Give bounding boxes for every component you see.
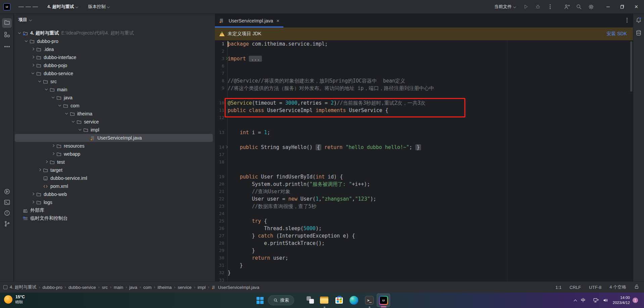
tree-item[interactable]: 临时文件和控制台 xyxy=(15,214,213,222)
code-line[interactable]: 17 xyxy=(215,151,633,158)
breadcrumb-item[interactable]: com xyxy=(143,285,152,290)
edge-browser-button[interactable] xyxy=(347,294,361,307)
breadcrumb-item[interactable]: 4. 超时与重试 xyxy=(10,284,36,290)
branch-tool-button[interactable] xyxy=(2,219,12,229)
chevron-down-icon[interactable] xyxy=(30,71,36,76)
chevron-down-icon[interactable] xyxy=(77,127,83,133)
chevron-right-icon[interactable] xyxy=(30,192,36,197)
search-everywhere-button[interactable] xyxy=(574,2,584,11)
setup-sdk-link[interactable]: 安装 SDK xyxy=(606,31,627,37)
more-tool-button[interactable] xyxy=(2,42,12,52)
editor-options-button[interactable] xyxy=(627,17,628,23)
breadcrumb-item[interactable]: dubbo-service xyxy=(68,285,96,290)
line-number[interactable]: 21 xyxy=(215,188,227,195)
window-close-button[interactable]: × xyxy=(631,0,642,13)
tree-item[interactable]: test xyxy=(15,158,213,166)
code-line[interactable]: 14 public String sayHello() { return "he… xyxy=(215,144,633,151)
tree-item[interactable]: com xyxy=(15,102,213,110)
line-number[interactable]: 10 xyxy=(215,99,227,107)
tree-item[interactable]: dubbo-service.iml xyxy=(15,174,213,182)
line-number[interactable]: 19 xyxy=(215,173,227,181)
tree-item[interactable]: logs xyxy=(15,198,213,206)
tree-item[interactable]: dubbo-pro xyxy=(15,37,213,45)
tree-item[interactable]: 4. 超时与重试E:\IdeaProjects\代码\4. 超时与重试 xyxy=(15,29,213,37)
structure-tool-button[interactable] xyxy=(2,30,12,40)
chevron-right-icon[interactable] xyxy=(30,63,36,68)
code-line[interactable]: 6 xyxy=(215,62,633,70)
line-number[interactable]: 17 xyxy=(215,151,227,158)
tree-item[interactable]: dubbo-pojo xyxy=(15,61,213,69)
ime-indicator[interactable]: 中 xyxy=(581,293,586,308)
code-line[interactable]: 10@Service(timeout = 3000,retries = 2)//… xyxy=(215,99,633,107)
chevron-down-icon[interactable] xyxy=(64,111,70,116)
line-number[interactable]: 3 xyxy=(215,55,227,62)
code-line[interactable]: 27 } catch (InterruptedException e) { xyxy=(215,232,633,240)
clock-widget[interactable]: 14:00 2023/4/12 xyxy=(610,293,630,308)
chevron-right-icon[interactable] xyxy=(37,167,43,173)
code-line[interactable]: 11public class UserServiceImpl implement… xyxy=(215,107,633,114)
line-number[interactable] xyxy=(215,136,227,144)
chevron-down-icon[interactable] xyxy=(17,31,22,36)
code-line[interactable]: 7 xyxy=(215,70,633,77)
microsoft-store-button[interactable] xyxy=(332,294,346,307)
code-line[interactable]: 13 int i = 1; xyxy=(215,129,633,136)
tree-item[interactable]: java xyxy=(15,94,213,102)
tree-item[interactable]: dubbo-service xyxy=(15,69,213,78)
code-line[interactable]: 3import ... xyxy=(215,55,633,62)
notifications-tool-button[interactable] xyxy=(635,17,643,25)
vcs-widget[interactable]: 版本控制 xyxy=(85,2,112,11)
code-line[interactable]: 28 e.printStackTrace(); xyxy=(215,240,633,247)
breadcrumb-item[interactable]: dubbo-pro xyxy=(42,285,62,290)
chevron-right-icon[interactable] xyxy=(30,47,36,52)
chevron-down-icon[interactable] xyxy=(37,79,43,84)
file-explorer-button[interactable] xyxy=(318,294,331,307)
problems-tool-button[interactable] xyxy=(2,209,12,218)
unlock-icon[interactable] xyxy=(634,284,639,290)
breadcrumb-item[interactable]: src xyxy=(102,285,107,290)
editor-scrollbar[interactable] xyxy=(630,41,632,92)
breadcrumb-item[interactable]: java xyxy=(129,285,137,290)
line-number[interactable]: 26 xyxy=(215,225,227,232)
window-maximize-button[interactable] xyxy=(616,0,628,13)
line-ending-indicator[interactable]: CRLF xyxy=(569,285,581,290)
chevron-right-icon[interactable] xyxy=(30,200,36,205)
indent-indicator[interactable]: 4 个空格 xyxy=(609,284,626,290)
chevron-right-icon[interactable] xyxy=(50,151,56,157)
code-line[interactable]: 12 xyxy=(215,114,633,121)
breadcrumb-item[interactable]: UserServiceImpl.java xyxy=(218,285,259,290)
line-number[interactable]: 6 xyxy=(215,62,227,70)
code-line[interactable]: 21 //查询User对象 xyxy=(215,188,633,195)
line-number[interactable]: 31 xyxy=(215,262,227,269)
chevron-down-icon[interactable] xyxy=(44,87,49,92)
code-line[interactable]: 9//将这个类提供的方法（服务）对外发布。将访问的地址 ip，端口，路径注册到注… xyxy=(215,85,633,92)
code-line[interactable]: 20 System.out.println("服务被调用了: "+i++); xyxy=(215,181,633,188)
line-number[interactable]: 13 xyxy=(215,129,227,136)
tree-item[interactable]: .idea xyxy=(15,45,213,53)
debug-button[interactable] xyxy=(533,2,543,11)
code-with-me-button[interactable] xyxy=(562,2,571,11)
line-number[interactable]: 24 xyxy=(215,210,227,217)
tree-item[interactable]: webapp xyxy=(15,150,213,158)
code-line[interactable]: 1package com.itheima.service.impl; xyxy=(215,40,633,48)
weather-widget[interactable]: 15°C 晴朗 xyxy=(4,295,25,304)
code-line[interactable] xyxy=(215,121,633,129)
tree-item[interactable]: src xyxy=(15,78,213,86)
more-actions-button[interactable] xyxy=(545,2,555,11)
code-line[interactable]: 18 xyxy=(215,158,633,166)
chevron-right-icon[interactable] xyxy=(50,143,56,149)
run-button[interactable] xyxy=(521,2,531,11)
tree-item[interactable]: itheima xyxy=(15,110,213,118)
line-number[interactable]: 8 xyxy=(215,77,227,85)
line-number[interactable]: 32 xyxy=(215,269,227,276)
line-number[interactable]: 30 xyxy=(215,254,227,262)
line-number[interactable]: 9 xyxy=(215,85,227,92)
line-number[interactable] xyxy=(215,166,227,173)
line-number[interactable]: 25 xyxy=(215,217,227,225)
tree-item[interactable]: target xyxy=(15,166,213,174)
editor-tab[interactable]: UserServiceImpl.java × xyxy=(215,14,283,28)
code-line[interactable]: 29 } xyxy=(215,247,633,254)
code-line[interactable]: 33 xyxy=(215,276,633,281)
line-number[interactable]: 29 xyxy=(215,247,227,254)
main-menu-button[interactable] xyxy=(16,4,41,9)
chevron-right-icon[interactable] xyxy=(30,55,36,60)
